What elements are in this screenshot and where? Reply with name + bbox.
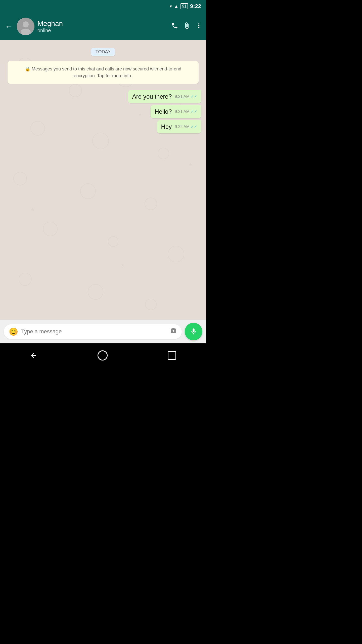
wifi-icon: ▾: [170, 4, 172, 9]
svg-point-14: [108, 236, 118, 247]
recents-square-icon: [168, 351, 176, 360]
message-bubble[interactable]: Hello? 9:21 AM ✓✓: [151, 105, 201, 118]
read-receipt-icon: ✓✓: [191, 124, 197, 129]
header-actions: [171, 22, 202, 31]
date-separator: TODAY: [5, 48, 201, 56]
date-label: TODAY: [91, 48, 115, 56]
contact-name: Meghan: [37, 19, 168, 28]
table-row: Hello? 9:21 AM ✓✓: [5, 105, 201, 118]
message-input-container: 😊: [4, 324, 182, 339]
svg-text:★: ★: [121, 263, 125, 268]
message-bubble[interactable]: Hey 9:22 AM ✓✓: [157, 120, 201, 133]
more-icon[interactable]: [195, 22, 202, 31]
camera-button[interactable]: [170, 328, 177, 336]
encryption-notice[interactable]: 🔒 Messages you send to this chat and cal…: [8, 61, 199, 84]
mic-icon: [190, 328, 197, 335]
input-area: 😊: [0, 320, 206, 343]
read-receipt-icon: ✓✓: [191, 94, 197, 99]
svg-point-9: [158, 148, 169, 159]
nav-bar: [0, 343, 206, 367]
status-bar: ▾ ▲ 91 9:22: [0, 0, 206, 13]
call-icon[interactable]: [171, 22, 178, 31]
svg-text:★: ★: [30, 206, 35, 213]
nav-recents-button[interactable]: [168, 351, 176, 360]
nav-home-button[interactable]: [98, 350, 108, 360]
svg-point-1: [23, 21, 29, 27]
message-text: Hello?: [155, 108, 172, 115]
chat-content: TODAY 🔒 Messages you send to this chat a…: [5, 48, 201, 133]
back-button[interactable]: ←: [4, 21, 14, 32]
home-circle-icon: [98, 350, 108, 360]
message-text: Are you there?: [132, 93, 172, 100]
svg-point-17: [88, 284, 103, 299]
battery-icon: 91: [180, 3, 188, 9]
message-meta: 9:22 AM ✓✓: [175, 124, 197, 129]
encryption-text: Messages you send to this chat and calls…: [32, 66, 181, 78]
svg-point-11: [80, 184, 96, 199]
svg-point-10: [14, 172, 27, 185]
message-time: 9:22 AM: [175, 125, 190, 129]
messages-container: Are you there? 9:21 AM ✓✓ Hello? 9:21 AM…: [5, 90, 201, 133]
svg-point-13: [43, 222, 57, 236]
svg-text:★: ★: [189, 162, 193, 167]
read-receipt-icon: ✓✓: [191, 109, 197, 114]
contact-info[interactable]: Meghan online: [37, 19, 168, 34]
svg-point-16: [19, 273, 31, 286]
message-input[interactable]: [21, 328, 167, 335]
emoji-button[interactable]: 😊: [9, 327, 18, 336]
message-meta: 9:21 AM ✓✓: [175, 94, 197, 99]
table-row: Hey 9:22 AM ✓✓: [5, 120, 201, 133]
message-bubble[interactable]: Are you there? 9:21 AM ✓✓: [128, 90, 201, 103]
chat-header: ← Meghan online: [0, 13, 206, 40]
svg-point-18: [145, 299, 156, 310]
attach-icon[interactable]: [183, 22, 190, 31]
status-time: 9:22: [190, 3, 201, 10]
message-text: Hey: [161, 123, 172, 130]
chat-area: ★ ★ ★ ★ ★ TODAY 🔒 Messages you send to t…: [0, 40, 206, 332]
signal-icon: ▲: [174, 4, 178, 9]
svg-point-8: [93, 133, 109, 149]
svg-point-15: [168, 246, 184, 262]
table-row: Are you there? 9:21 AM ✓✓: [5, 90, 201, 103]
nav-back-button[interactable]: [30, 352, 37, 359]
avatar[interactable]: [17, 18, 34, 35]
contact-status: online: [37, 28, 168, 33]
svg-point-12: [145, 198, 157, 210]
message-time: 9:21 AM: [175, 109, 190, 114]
lock-icon: 🔒: [25, 66, 30, 71]
status-icons: ▾ ▲ 91 9:22: [170, 3, 201, 10]
mic-button[interactable]: [185, 323, 202, 340]
message-time: 9:21 AM: [175, 94, 190, 99]
message-meta: 9:21 AM ✓✓: [175, 109, 197, 114]
